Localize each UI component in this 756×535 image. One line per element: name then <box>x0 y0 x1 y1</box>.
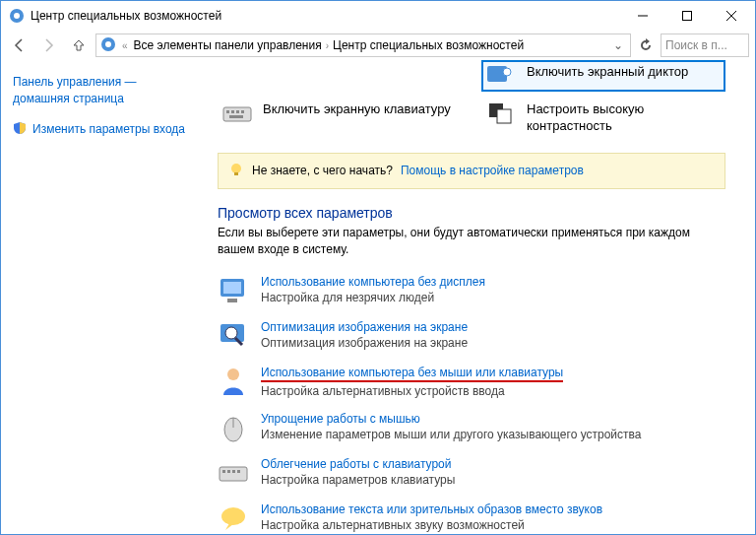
setting-sub: Настройка альтернативных устройств ввода <box>261 384 725 398</box>
breadcrumb-item[interactable]: Центр специальных возможностей <box>333 38 524 52</box>
shield-icon <box>13 121 27 140</box>
address-bar: « Все элементы панели управления › Центр… <box>1 31 755 60</box>
sidebar: Панель управления — домашняя страница Из… <box>1 60 198 534</box>
contrast-icon <box>485 101 517 125</box>
setting-mouse: Упрощение работы с мышью Изменение парам… <box>218 406 749 451</box>
sidebar-home-link[interactable]: Панель управления — домашняя страница <box>13 74 186 107</box>
person-icon <box>218 366 249 397</box>
svg-rect-29 <box>220 467 247 481</box>
search-placeholder: Поиск в п... <box>665 38 727 52</box>
back-button[interactable] <box>7 33 32 58</box>
help-prefix: Не знаете, с чего начать? <box>252 164 393 177</box>
address-field[interactable]: « Все элементы панели управления › Центр… <box>95 33 631 57</box>
setting-keyboard: Облегчение работы с клавиатурой Настройк… <box>218 451 749 497</box>
setting-sub: Оптимизация изображения на экране <box>261 336 725 350</box>
keyboard-icon <box>218 457 249 489</box>
setting-link[interactable]: Использование текста или зрительных обра… <box>261 502 602 516</box>
section-title: Просмотр всех параметров <box>218 205 749 221</box>
chevron-right-icon: › <box>324 40 331 51</box>
search-input[interactable]: Поиск в п... <box>661 33 749 57</box>
svg-rect-13 <box>236 110 239 113</box>
svg-point-24 <box>225 327 237 339</box>
refresh-button[interactable] <box>635 34 657 56</box>
address-icon <box>100 36 116 55</box>
svg-rect-10 <box>223 107 251 121</box>
quick-keyboard[interactable]: Включить экранную клавиатуру <box>218 98 462 139</box>
titlebar: Центр специальных возможностей <box>1 1 755 31</box>
quick-contrast-label: Настроить высокую контрастность <box>527 101 722 135</box>
window-title: Центр специальных возможностей <box>31 9 620 23</box>
close-button[interactable] <box>709 2 753 30</box>
breadcrumb-item[interactable]: Все элементы панели управления <box>134 38 322 52</box>
narrator-icon <box>485 64 517 88</box>
svg-rect-32 <box>232 470 235 473</box>
quick-narrator-label: Включить экранный диктор <box>527 64 688 81</box>
setting-link[interactable]: Упрощение работы с мышью <box>261 412 420 426</box>
svg-rect-33 <box>237 470 240 473</box>
svg-rect-15 <box>229 115 243 118</box>
speech-bubble-icon <box>218 502 249 534</box>
svg-point-7 <box>105 41 111 47</box>
forward-button[interactable] <box>36 33 62 58</box>
setting-no-mouse-keyboard: Использование компьютера без мыши или кл… <box>218 360 749 406</box>
sidebar-login-label: Изменить параметры входа <box>32 121 185 140</box>
mouse-icon <box>218 412 249 443</box>
svg-rect-3 <box>682 12 691 21</box>
main-content: Включить экранный диктор Включить экранн… <box>198 60 755 534</box>
quick-narrator[interactable]: Включить экранный диктор <box>481 60 725 92</box>
svg-point-26 <box>227 368 239 380</box>
svg-point-9 <box>503 68 511 76</box>
setting-link[interactable]: Использование компьютера без мыши или кл… <box>261 366 563 382</box>
keyboard-icon <box>221 101 253 125</box>
setting-sub: Настройка для незрячих людей <box>261 291 725 304</box>
setting-sub: Изменение параметров мыши или другого ук… <box>261 428 725 441</box>
up-button[interactable] <box>66 33 92 58</box>
app-icon <box>9 8 25 24</box>
help-link[interactable]: Помощь в настройке параметров <box>401 164 584 177</box>
svg-rect-21 <box>223 282 241 294</box>
quick-keyboard-label: Включить экранную клавиатуру <box>263 101 451 118</box>
setting-link[interactable]: Облегчение работы с клавиатурой <box>261 457 452 471</box>
maximize-button[interactable] <box>664 2 709 30</box>
setting-optimize-display: Оптимизация изображения на экране Оптими… <box>218 314 749 360</box>
quick-contrast[interactable]: Настроить высокую контрастность <box>481 98 725 139</box>
svg-rect-22 <box>227 299 237 302</box>
magnifier-icon <box>218 320 249 352</box>
svg-rect-12 <box>231 110 234 113</box>
svg-point-18 <box>231 164 241 173</box>
section-desc: Если вы выберете эти параметры, они буду… <box>218 225 749 258</box>
setting-no-display: Использование компьютера без дисплея Нас… <box>218 269 749 314</box>
monitor-off-icon <box>218 275 249 306</box>
setting-sound-alternatives: Использование текста или зрительных обра… <box>218 497 749 534</box>
svg-rect-14 <box>241 110 244 113</box>
svg-rect-17 <box>497 109 511 123</box>
sidebar-login-link[interactable]: Изменить параметры входа <box>13 121 186 140</box>
svg-point-1 <box>14 13 20 19</box>
minimize-button[interactable] <box>620 2 664 30</box>
svg-point-34 <box>221 507 245 525</box>
svg-rect-30 <box>222 470 225 473</box>
setting-sub: Настройка параметров клавиатуры <box>261 473 725 487</box>
bulb-icon <box>228 162 244 180</box>
svg-rect-31 <box>227 470 230 473</box>
chevron-icon: « <box>120 40 130 51</box>
svg-rect-19 <box>234 172 238 175</box>
setting-link[interactable]: Оптимизация изображения на экране <box>261 320 468 334</box>
setting-sub: Настройка альтернативных звуку возможнос… <box>261 518 725 532</box>
address-dropdown-button[interactable]: ⌄ <box>610 38 626 52</box>
svg-rect-11 <box>226 110 229 113</box>
setting-link[interactable]: Использование компьютера без дисплея <box>261 275 485 289</box>
help-bar: Не знаете, с чего начать? Помощь в настр… <box>218 153 725 189</box>
